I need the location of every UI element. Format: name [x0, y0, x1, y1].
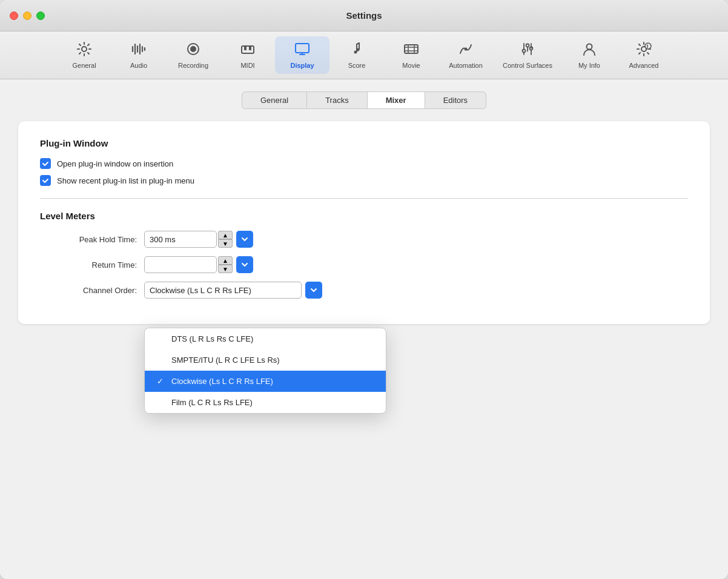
toolbar-item-advanced[interactable]: Advanced	[617, 36, 671, 74]
toolbar-item-midi[interactable]: MIDI	[220, 36, 275, 74]
automation-icon	[458, 41, 474, 59]
display-label: Display	[290, 62, 314, 69]
settings-window: Settings General Audio	[0, 0, 728, 579]
title-bar: Settings	[0, 0, 728, 31]
my-info-icon	[581, 41, 597, 59]
channel-order-dropdown: DTS (L R Ls Rs C LFE) SMPTE/ITU (L R C L…	[144, 328, 386, 414]
dropdown-option-smpte[interactable]: SMPTE/ITU (L R C LFE Ls Rs)	[145, 349, 386, 371]
film-label: Film (L C R Ls Rs LFE)	[171, 398, 253, 407]
window-title: Settings	[346, 10, 382, 21]
svg-point-2	[190, 46, 196, 52]
return-time-stepper-up[interactable]: ▲	[218, 256, 233, 265]
control-surfaces-icon	[520, 41, 535, 59]
toolbar-item-display[interactable]: Display	[275, 36, 329, 74]
midi-icon	[240, 41, 256, 59]
checkbox-show-recent-list[interactable]	[40, 175, 51, 186]
toolbar-item-control-surfaces[interactable]: Control Surfaces	[493, 36, 562, 74]
checkbox-row-open-on-insertion: Open plug-in window on insertion	[40, 158, 688, 169]
midi-label: MIDI	[240, 62, 254, 69]
audio-icon	[131, 41, 147, 59]
clockwise-checkmark: ✓	[157, 377, 167, 386]
automation-label: Automation	[449, 62, 483, 69]
display-icon	[294, 41, 310, 59]
svg-rect-3	[242, 46, 254, 53]
clockwise-label: Clockwise (Ls L C R Rs LFE)	[171, 377, 273, 386]
toolbar-item-my-info[interactable]: My Info	[562, 36, 617, 74]
svg-point-10	[465, 48, 468, 51]
toolbar-item-movie[interactable]: Movie	[384, 36, 438, 74]
svg-point-8	[357, 48, 360, 51]
svg-point-0	[82, 47, 87, 51]
peak-hold-time-dropdown-btn[interactable]	[236, 231, 253, 248]
svg-point-7	[354, 51, 357, 54]
window-controls	[10, 12, 45, 20]
channel-order-row: Channel Order: DTS (L R Ls Rs C LFE)	[40, 282, 688, 299]
toolbar-item-general[interactable]: General	[57, 36, 111, 74]
movie-icon	[403, 41, 419, 59]
return-time-stepper: ▲ ▼	[218, 256, 233, 273]
general-label: General	[72, 62, 96, 69]
peak-hold-time-input-group: ▲ ▼	[144, 231, 253, 248]
svg-rect-6	[296, 44, 309, 53]
tab-general[interactable]: General	[242, 91, 307, 109]
maximize-button[interactable]	[36, 12, 45, 20]
minimize-button[interactable]	[23, 12, 31, 20]
recording-label: Recording	[178, 62, 208, 69]
return-time-stepper-down[interactable]: ▼	[218, 265, 233, 273]
peak-hold-time-stepper: ▲ ▼	[218, 231, 233, 248]
peak-hold-time-label: Peak Hold Time:	[40, 235, 137, 244]
peak-hold-time-row: Peak Hold Time: ▲ ▼	[40, 231, 688, 248]
channel-order-label: Channel Order:	[40, 286, 137, 295]
recording-icon	[185, 41, 201, 59]
settings-panel: Plug-in Window Open plug-in window on in…	[18, 121, 710, 324]
return-time-dropdown-btn[interactable]	[236, 256, 253, 273]
dropdown-option-film[interactable]: Film (L C R Ls Rs LFE)	[145, 392, 386, 413]
checkbox-show-recent-list-label: Show recent plug-in list in plug-in menu	[57, 176, 194, 185]
return-time-row: Return Time: ▲ ▼	[40, 256, 688, 273]
tab-mixer[interactable]: Mixer	[368, 91, 425, 109]
tab-editors[interactable]: Editors	[425, 91, 486, 109]
checkbox-open-on-insertion[interactable]	[40, 158, 51, 169]
return-time-label: Return Time:	[40, 260, 137, 270]
svg-rect-4	[244, 46, 247, 50]
peak-hold-time-stepper-up[interactable]: ▲	[218, 231, 233, 239]
my-info-label: My Info	[578, 62, 600, 69]
channel-order-input-group	[144, 282, 322, 299]
checkbox-row-show-recent-list: Show recent plug-in list in plug-in menu	[40, 175, 688, 186]
plugin-window-title: Plug-in Window	[40, 138, 688, 148]
dts-label: DTS (L R Ls Rs C LFE)	[171, 334, 253, 343]
toolbar-item-automation[interactable]: Automation	[438, 36, 493, 74]
toolbar-item-recording[interactable]: Recording	[166, 36, 220, 74]
toolbar-item-score[interactable]: Score	[329, 36, 384, 74]
content-area: General Tracks Mixer Editors Plug-in Win…	[0, 79, 728, 579]
advanced-label: Advanced	[629, 62, 659, 69]
audio-label: Audio	[130, 62, 147, 69]
channel-order-dropdown-btn[interactable]	[305, 282, 322, 299]
tab-bar: General Tracks Mixer Editors	[18, 91, 710, 109]
plugin-window-section: Plug-in Window Open plug-in window on in…	[40, 138, 688, 186]
tab-tracks[interactable]: Tracks	[307, 91, 368, 109]
section-divider	[40, 198, 688, 199]
toolbar-item-audio[interactable]: Audio	[111, 36, 166, 74]
return-time-input[interactable]	[144, 256, 217, 273]
channel-order-input[interactable]	[144, 282, 302, 299]
toolbar: General Audio Recording	[0, 31, 728, 79]
svg-rect-5	[249, 46, 251, 50]
movie-label: Movie	[402, 62, 420, 69]
svg-point-16	[645, 43, 651, 49]
checkbox-open-on-insertion-label: Open plug-in window on insertion	[57, 159, 173, 168]
peak-hold-time-stepper-down[interactable]: ▼	[218, 239, 233, 248]
peak-hold-time-input[interactable]	[144, 231, 217, 248]
svg-rect-9	[405, 45, 418, 53]
level-meters-title: Level Meters	[40, 211, 688, 221]
dropdown-option-dts[interactable]: DTS (L R Ls Rs C LFE)	[145, 328, 386, 349]
smpte-label: SMPTE/ITU (L R C LFE Ls Rs)	[171, 356, 280, 365]
score-label: Score	[348, 62, 366, 69]
advanced-icon	[636, 41, 652, 59]
control-surfaces-label: Control Surfaces	[503, 62, 552, 69]
level-meters-section: Level Meters Peak Hold Time: ▲ ▼	[40, 211, 688, 299]
return-time-input-group: ▲ ▼	[144, 256, 253, 273]
dropdown-option-clockwise[interactable]: ✓ Clockwise (Ls L C R Rs LFE)	[145, 371, 386, 392]
score-icon	[349, 41, 365, 59]
close-button[interactable]	[10, 12, 18, 20]
